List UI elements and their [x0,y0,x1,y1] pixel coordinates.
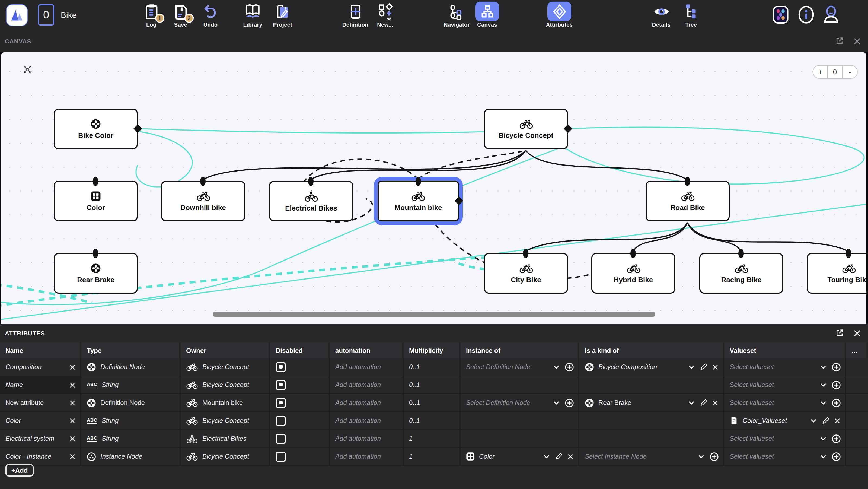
multiplicity-value[interactable]: 0..1 [409,381,420,389]
toolbar-attributes-button[interactable]: Attributes [544,2,575,28]
toolbar-log-button[interactable]: 1 Log [136,2,166,28]
attr-type[interactable]: Definition Node [100,399,145,406]
chevron-down-icon[interactable] [819,434,827,442]
chevron-down-icon[interactable] [819,363,827,371]
add-circle-icon[interactable] [832,398,841,407]
multiplicity-value[interactable]: 0..1 [409,363,420,371]
attr-type[interactable]: String [102,381,119,389]
instance-of-value[interactable]: Color [479,453,495,460]
disabled-checkbox[interactable] [276,416,286,426]
toolbar-details-button[interactable]: Details [646,2,677,28]
info-icon[interactable] [798,5,814,24]
chevron-down-icon[interactable] [552,399,560,407]
diagram-canvas[interactable]: Bike Color Bicycle Concept Color Downhil… [1,52,866,324]
clear-icon[interactable] [712,363,719,370]
column-header-disabled[interactable]: Disabled [270,342,330,358]
add-circle-icon[interactable] [832,452,841,461]
add-circle-icon[interactable] [832,380,841,389]
valueset-select[interactable]: Select valueset [730,363,774,371]
toolbar-new-button[interactable]: New... [370,2,400,28]
chevron-down-icon[interactable] [687,399,695,407]
zoom-out-button[interactable]: - [842,66,857,78]
delete-attribute-icon[interactable] [69,435,76,442]
attr-type[interactable]: String [102,417,119,424]
instance-of-select[interactable]: Select Definition Node [466,399,530,406]
disabled-checkbox[interactable] [276,451,286,462]
chevron-down-icon[interactable] [819,399,827,407]
valueset-select[interactable]: Select valueset [730,453,774,460]
disabled-checkbox[interactable] [276,379,286,390]
is-a-kind-of-value[interactable]: Rear Brake [598,399,631,406]
multiplicity-value[interactable]: 1 [409,435,412,442]
automation-placeholder[interactable]: Add automation [335,363,381,371]
delete-attribute-icon[interactable] [69,399,76,406]
column-header-more[interactable]: ... [846,342,868,358]
toolbar-library-button[interactable]: Library [238,2,268,28]
column-header-owner[interactable]: Owner [181,342,270,358]
add-circle-icon[interactable] [710,452,719,461]
toolbar-tree-button[interactable]: Tree [676,2,706,28]
valueset-select[interactable]: Select valueset [730,381,774,389]
chevron-down-icon[interactable] [687,363,695,371]
automation-placeholder[interactable]: Add automation [335,417,381,424]
toolbar-canvas-button[interactable]: Canvas [472,2,502,28]
add-circle-icon[interactable] [832,434,841,443]
toolbar-definition-button[interactable]: Definition [340,2,371,28]
disabled-checkbox[interactable] [276,398,286,408]
apps-menu-icon[interactable] [773,5,789,24]
canvas-popout-icon[interactable] [835,36,844,45]
edit-pencil-icon[interactable] [555,453,563,460]
attributes-close-icon[interactable] [853,329,862,337]
toolbar-navigator-button[interactable]: Navigator [442,2,472,28]
attr-name[interactable]: Electrical system [5,435,54,442]
attr-type[interactable]: Instance Node [100,453,143,460]
toolbar-save-button[interactable]: 2 Save [165,2,196,28]
edit-pencil-icon[interactable] [700,363,707,371]
is-a-kind-of-value[interactable]: Bicycle Composition [598,363,657,371]
model-counter[interactable]: 0 [38,4,54,26]
chevron-down-icon[interactable] [552,363,560,371]
attr-name[interactable]: Color - Instance [5,453,51,460]
column-header-is-a-kind-of[interactable]: Is a kind of [579,342,724,358]
clear-icon[interactable] [567,453,574,460]
attr-name[interactable]: Color [5,417,21,424]
delete-attribute-icon[interactable] [69,363,76,370]
chevron-down-icon[interactable] [819,452,827,460]
attr-type[interactable]: String [102,435,119,442]
add-circle-icon[interactable] [565,362,574,371]
multiplicity-value[interactable]: 0..1 [409,399,420,406]
attr-type[interactable]: Definition Node [100,363,145,371]
automation-placeholder[interactable]: Add automation [335,453,381,460]
automation-placeholder[interactable]: Add automation [335,399,381,406]
delete-attribute-icon[interactable] [69,381,76,388]
add-circle-icon[interactable] [832,362,841,371]
is-a-kind-of-select[interactable]: Select Instance Node [585,453,647,460]
attributes-popout-icon[interactable] [835,328,844,338]
user-avatar-icon[interactable] [823,5,839,23]
automation-placeholder[interactable]: Add automation [335,435,381,442]
column-header-multiplicity[interactable]: Multiplicity [404,342,461,358]
automation-placeholder[interactable]: Add automation [335,381,381,389]
disabled-checkbox[interactable] [276,362,286,372]
canvas-horizontal-scrollbar[interactable] [213,311,655,317]
fit-view-icon[interactable] [23,65,32,74]
multiplicity-value[interactable]: 0..1 [409,417,420,424]
add-attribute-button[interactable]: +Add [5,464,34,477]
multiplicity-value[interactable]: 1 [409,453,412,460]
column-header-valueset[interactable]: Valueset [724,342,846,358]
edit-pencil-icon[interactable] [700,399,707,406]
zoom-in-button[interactable]: + [813,66,828,78]
delete-attribute-icon[interactable] [69,453,76,460]
attr-name[interactable]: New attribute [5,399,44,406]
instance-of-select[interactable]: Select Definition Node [466,363,530,371]
delete-attribute-icon[interactable] [69,417,76,424]
chevron-down-icon[interactable] [697,452,705,460]
toolbar-project-button[interactable]: Project [268,2,298,28]
valueset-select[interactable]: Select valueset [730,399,774,406]
chevron-down-icon[interactable] [542,452,551,460]
column-header-name[interactable]: Name [0,342,82,358]
app-logo[interactable] [6,4,28,26]
attr-name[interactable]: Composition [5,363,41,371]
column-header-instance-of[interactable]: Instance of [461,342,579,358]
column-header-automation[interactable]: automation [330,342,404,358]
